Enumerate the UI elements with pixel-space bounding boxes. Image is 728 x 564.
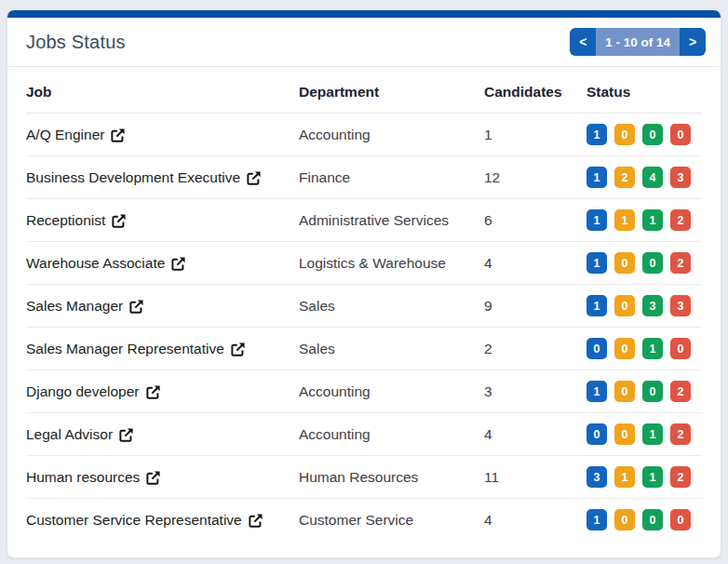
- pagination-prev-button[interactable]: <: [570, 28, 596, 56]
- job-name: Legal Advisor: [26, 426, 113, 443]
- status-badge: 4: [642, 167, 663, 188]
- external-link-icon[interactable]: [145, 470, 161, 486]
- job-link[interactable]: A/Q Enginer: [26, 127, 126, 143]
- status-badge: 0: [670, 124, 691, 145]
- table-row: Human resources Human Resources 11 3 1 1…: [26, 456, 702, 499]
- status-badge: 2: [614, 167, 635, 188]
- job-link[interactable]: Sales Manager: [26, 298, 144, 315]
- column-header-status: Status: [586, 73, 702, 114]
- job-name: Receptionist: [26, 212, 105, 229]
- external-link-icon[interactable]: [230, 342, 246, 357]
- status-badge: 0: [614, 423, 635, 445]
- status-badge: 0: [642, 124, 663, 145]
- jobs-table: Job Department Candidates Status A/Q Eng…: [26, 73, 702, 542]
- job-name: Django developer: [26, 383, 140, 400]
- table-row: Customer Service Representative Customer…: [26, 499, 702, 542]
- status-badge: 3: [670, 167, 691, 188]
- card-header: Jobs Status < 1 - 10 of 14 >: [7, 18, 721, 66]
- status-badge: 1: [586, 209, 607, 231]
- external-link-icon[interactable]: [111, 213, 127, 229]
- job-link[interactable]: Human resources: [26, 469, 161, 486]
- status-badge: 1: [586, 381, 607, 402]
- jobs-table-body: A/Q Enginer Accounting 1 1 0 0 0: [26, 114, 702, 542]
- table-row: Business Development Executive Finance 1…: [26, 156, 702, 199]
- card-top-accent-bar: [7, 10, 721, 18]
- column-header-job: Job: [26, 73, 299, 114]
- external-link-icon[interactable]: [170, 256, 186, 272]
- status-badge: 2: [670, 252, 691, 274]
- external-link-icon[interactable]: [128, 299, 144, 315]
- pagination-next-button[interactable]: >: [680, 28, 706, 56]
- column-header-candidates: Candidates: [484, 73, 586, 114]
- candidates-cell: 12: [484, 156, 586, 199]
- candidates-cell: 2: [484, 328, 586, 370]
- job-link[interactable]: Customer Service Representative: [26, 512, 263, 529]
- status-badge: 1: [586, 167, 607, 188]
- table-row: Receptionist Administrative Services 6 1…: [26, 199, 702, 242]
- job-name: A/Q Enginer: [26, 127, 104, 143]
- job-name: Customer Service Representative: [26, 512, 242, 529]
- external-link-icon[interactable]: [246, 170, 262, 186]
- status-badge: 1: [614, 466, 635, 488]
- page-title: Jobs Status: [26, 32, 126, 53]
- table-row: Warehouse Associate Logistics & Warehous…: [26, 242, 702, 285]
- job-name: Human resources: [26, 469, 140, 486]
- status-badge: 1: [642, 423, 663, 445]
- job-name: Warehouse Associate: [26, 255, 165, 272]
- candidates-cell: 4: [484, 242, 586, 285]
- status-badge: 0: [586, 338, 607, 359]
- job-link[interactable]: Legal Advisor: [26, 426, 134, 443]
- jobs-table-wrap: Job Department Candidates Status A/Q Eng…: [7, 67, 721, 542]
- status-badge: 0: [642, 381, 663, 402]
- external-link-icon[interactable]: [248, 513, 263, 529]
- status-badge: 2: [670, 423, 691, 445]
- table-row: Legal Advisor Accounting 4 0 0 1 2: [26, 413, 702, 456]
- department-cell: Customer Service: [299, 499, 484, 542]
- status-badge: 0: [614, 381, 635, 402]
- status-badge: 3: [670, 295, 691, 316]
- table-row: Django developer Accounting 3 1 0 0 2: [26, 370, 702, 413]
- pagination: < 1 - 10 of 14 >: [570, 28, 706, 56]
- job-link[interactable]: Receptionist: [26, 212, 127, 229]
- job-link[interactable]: Django developer: [26, 383, 161, 400]
- status-badge: 0: [670, 509, 691, 530]
- job-link[interactable]: Sales Manager Representative: [26, 341, 246, 357]
- external-link-icon[interactable]: [145, 384, 161, 400]
- table-row: Sales Manager Sales 9 1 0 3 3: [26, 285, 702, 328]
- department-cell: Sales: [299, 285, 484, 328]
- job-name: Sales Manager: [26, 298, 123, 315]
- table-row: A/Q Enginer Accounting 1 1 0 0 0: [26, 114, 702, 156]
- status-badges: 1 0 0 0: [586, 509, 702, 530]
- job-link[interactable]: Warehouse Associate: [26, 255, 186, 272]
- candidates-cell: 9: [484, 285, 586, 328]
- jobs-status-card: Jobs Status < 1 - 10 of 14 > Job Departm…: [7, 9, 721, 558]
- job-name: Sales Manager Representative: [26, 341, 224, 357]
- status-badge: 2: [670, 466, 691, 488]
- status-badge: 0: [614, 295, 635, 316]
- status-badge: 1: [586, 124, 607, 145]
- status-badge: 0: [614, 509, 635, 530]
- job-link[interactable]: Business Development Executive: [26, 169, 262, 186]
- external-link-icon[interactable]: [110, 128, 126, 143]
- department-cell: Logistics & Warehouse: [299, 242, 484, 285]
- candidates-cell: 6: [484, 199, 586, 242]
- department-cell: Accounting: [299, 413, 484, 456]
- candidates-cell: 1: [484, 114, 586, 156]
- candidates-cell: 4: [484, 413, 586, 456]
- department-cell: Accounting: [299, 114, 484, 156]
- status-badge: 0: [670, 338, 691, 359]
- status-badge: 1: [614, 209, 635, 231]
- candidates-cell: 11: [484, 456, 586, 499]
- status-badge: 0: [586, 423, 607, 445]
- column-header-department: Department: [299, 73, 484, 114]
- department-cell: Accounting: [299, 370, 484, 413]
- external-link-icon[interactable]: [118, 427, 134, 443]
- department-cell: Finance: [299, 156, 484, 199]
- status-badges: 1 2 4 3: [586, 167, 702, 188]
- status-badges: 1 0 0 0: [586, 124, 702, 145]
- status-badges: 3 1 1 2: [586, 466, 702, 488]
- status-badge: 1: [586, 295, 607, 316]
- status-badge: 1: [642, 209, 663, 231]
- status-badge: 0: [614, 252, 635, 274]
- pagination-label: 1 - 10 of 14: [596, 28, 680, 56]
